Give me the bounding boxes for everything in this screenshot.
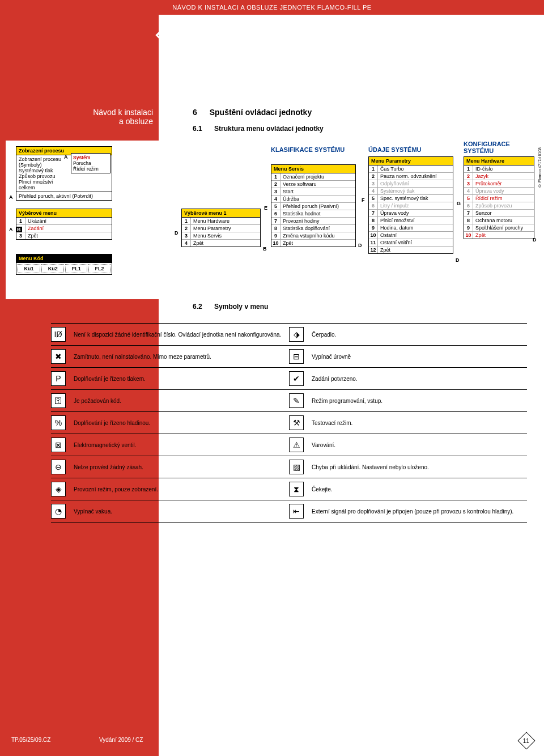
legend-icon: ✔ [289, 371, 304, 386]
menu-row: 1Ukázání [16, 218, 112, 225]
row-text: Označení projektu [280, 173, 355, 180]
box-menu-servis: Menu Servis 1Označení projektu2Verze sof… [271, 164, 356, 247]
box-vyberove-menu: Výběrové menu 1Ukázání2Zadání3Zpět [16, 209, 112, 240]
row-text: Hodina, datum [378, 224, 453, 231]
row-text: Pauza norm. odvzušnění [378, 173, 453, 180]
tag-b2: B [263, 246, 267, 252]
row-num: 4 [271, 196, 280, 202]
box-hdr: Výběrové menu 1 [182, 209, 260, 218]
menu-row: 2Jazyk [464, 173, 534, 180]
menu-row: 6Litry / impulz [369, 202, 453, 210]
row-text: Litry / impulz [378, 202, 453, 209]
legend-icon: ⚠ [289, 438, 304, 452]
menu-row: 9Hodina, datum [369, 224, 453, 232]
row-text: Průtokoměr [473, 180, 534, 187]
legend-icon: ✎ [289, 393, 304, 408]
legend-icon: ⚿ [51, 393, 66, 408]
row-num: 3 [464, 180, 473, 187]
tag-a2: A [9, 194, 13, 200]
legend-row: ⊠Elektromagnetický ventil.⚠Varování. [51, 434, 527, 456]
tag-d3: D [456, 257, 460, 263]
legend-text: Nelze provést žádný zásah. [74, 464, 143, 470]
legend-icon: ⊟ [289, 349, 304, 364]
legend-icon: ⚒ [289, 415, 304, 430]
row-text: Verze softwaru [280, 181, 355, 188]
tag-b: B [16, 227, 22, 232]
legend-row: ⊖Nelze provést žádný zásah.▨Chyba při uk… [51, 456, 527, 478]
box-menu-parametry: Menu Parametry 1Čas Turbo2Pauza norm. od… [368, 156, 453, 254]
box-hdr: Menu Kód [16, 254, 112, 263]
row-text: Změna vstupního kódu [280, 232, 355, 239]
footer-edition: Vydání 2009 / CZ [99, 737, 143, 743]
menu-structure-diagram: Zobrazení procesu Zobrazení procesu (Sym… [6, 141, 538, 299]
row-num: 6 [464, 202, 473, 209]
brand-name: Flamco [193, 23, 268, 47]
box-vyberove-menu-1: Výběrové menu 1 1Menu Hardware2Menu Para… [181, 209, 261, 247]
legend-row: %Doplňování je řízeno hladinou.⚒Testovac… [51, 411, 527, 434]
row-text: Údržba [280, 196, 355, 202]
row-num: 3 [16, 232, 26, 239]
menu-row: 1Menu Hardware [182, 218, 260, 225]
menu-row: 12Zpět [369, 247, 453, 253]
legend-icon: ⇤ [289, 504, 304, 519]
menu-row: 3Průtokoměr [464, 180, 534, 188]
row-text: Zadání [26, 225, 112, 232]
kod-cell: FL2 [88, 264, 110, 273]
row-text: Zpět [191, 240, 260, 247]
copyright-side: © Flamco 4717d 0108 [538, 147, 542, 188]
header-bar: NÁVOD K INSTALACI A OBSLUZE JEDNOTEK FLA… [0, 0, 544, 15]
legend-icon: ⊠ [51, 438, 66, 452]
menu-row: 10Zpět [464, 232, 534, 239]
section-6: 6 Spuštění ovládací jednotky [193, 108, 312, 117]
row-num: 7 [369, 210, 378, 216]
menu-row: 1Čas Turbo [369, 165, 453, 173]
row-text: Spec. systémový tlak [378, 195, 453, 202]
row-num: 6 [271, 210, 280, 217]
row-num: 3 [182, 232, 191, 239]
row-text: Řídicí režim [473, 195, 534, 202]
menu-row: 3Odplyňování [369, 180, 453, 188]
row-text: Zpět [26, 232, 112, 239]
row-text: Menu Servis [191, 232, 260, 239]
menu-row: 1Označení projektu [271, 173, 355, 181]
row-num: 5 [271, 203, 280, 210]
row-text: Ostatní [378, 232, 453, 239]
row-num: 4 [369, 188, 378, 194]
row-text: Plnicí množství [378, 217, 453, 224]
kod-cell: Ku1 [18, 264, 40, 273]
row-text: Start [280, 188, 355, 195]
box-hdr: Menu Hardware [464, 157, 534, 165]
section-6-1: 6.1 Struktura menu ovládací jednotky [193, 125, 324, 133]
menu-row: 1ID-číslo [464, 165, 534, 173]
menu-row: 2Pauza norm. odvzušnění [369, 173, 453, 180]
menu-row: 9Změna vstupního kódu [271, 232, 355, 240]
row-num: 8 [369, 217, 378, 224]
legend-text: Režim programování, vstup. [312, 398, 382, 404]
legend-row: PDoplňování je řízeno tlakem.✔Zadání pot… [51, 367, 527, 389]
menu-row: 3Start [271, 188, 355, 196]
row-text: Úprava vody [473, 188, 534, 194]
row-text: Úprava vody [378, 210, 453, 216]
menu-row: 7Senzor [464, 210, 534, 217]
row-text: Menu Hardware [191, 218, 260, 224]
row-text: Způsob provozu [473, 202, 534, 209]
nav-line2: a obsluze [79, 117, 153, 126]
box-hdr: Menu Parametry [369, 157, 453, 165]
row-num: 10 [464, 232, 473, 239]
section-6-1-num: 6.1 [193, 125, 202, 133]
legend-icon: ⬗ [289, 327, 304, 342]
row-num: 1 [182, 218, 191, 224]
nav-title: Návod k instalaci a obsluze [79, 108, 153, 126]
tag-e: E [264, 205, 267, 211]
sys-title: Systém [73, 155, 90, 160]
sys-l2: Řídicí režim [73, 166, 108, 172]
row-text: Ochrana motoru [473, 217, 534, 224]
row-num: 7 [464, 210, 473, 216]
legend-icon: % [51, 415, 66, 430]
menu-row: 7Provozní hodiny [271, 218, 355, 225]
row-text: Spol.hlášení poruchy [473, 224, 534, 231]
row-num: 2 [369, 173, 378, 180]
row-num: 1 [271, 173, 280, 180]
menu-row: 3Zpět [16, 232, 112, 239]
row-text: Menu Parametry [191, 225, 260, 232]
